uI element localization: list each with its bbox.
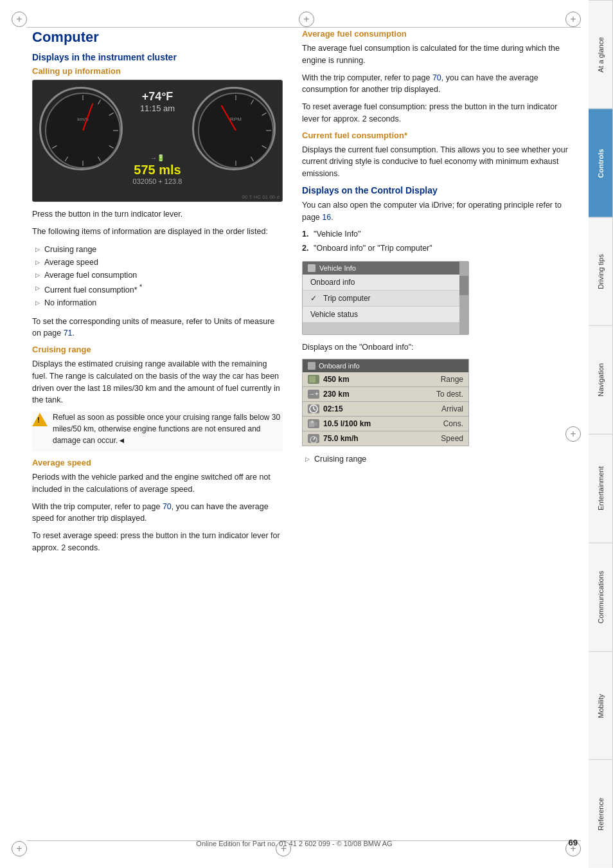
step-1: 1. "Vehicle Info" bbox=[302, 228, 569, 240]
tab-mobility[interactable]: Mobility bbox=[589, 651, 613, 760]
press-button-text: Press the button in the turn indicator l… bbox=[32, 208, 283, 221]
list-item: Average speed bbox=[35, 256, 283, 269]
avg-fuel-text3: To reset average fuel consumption: press… bbox=[302, 101, 569, 125]
center-display: +74°F 11:15 am bbox=[112, 90, 202, 113]
checkmark-icon: ✓ bbox=[310, 294, 317, 303]
crosshair-right-middle bbox=[565, 426, 581, 442]
image-copyright: 00 T HC 01 00 d bbox=[242, 194, 280, 200]
curr-fuel-text: Displays the current fuel consumption. T… bbox=[302, 144, 569, 180]
avg-speed-text1: Periods with the vehicle parked and the … bbox=[32, 471, 283, 496]
list-item: Average fuel consumption bbox=[35, 269, 283, 282]
range-value: 450 km bbox=[323, 375, 359, 384]
avg-fuel-text1: The average fuel consumption is calculat… bbox=[302, 42, 569, 67]
tab-driving-tips[interactable]: Driving tips bbox=[589, 217, 613, 326]
avg-fuel-title: Average fuel consumption bbox=[302, 29, 569, 39]
bullet-list: Cruising range Average speed Average fue… bbox=[32, 243, 283, 309]
cluster-odo: 032050 + 123.8 bbox=[133, 177, 182, 185]
tab-at-a-glance[interactable]: At a glance bbox=[589, 0, 613, 109]
cluster-temp: +74°F bbox=[112, 90, 202, 104]
onboard-row-cons: 10.5 l/100 km Cons. bbox=[303, 417, 468, 431]
onboard-display-text: Displays on the "Onboard info": bbox=[302, 341, 569, 354]
avg-speed-text2: With the trip computer, refer to page 70… bbox=[32, 501, 283, 525]
cluster-range: 575 mls bbox=[133, 163, 182, 177]
speed-label: Speed bbox=[362, 434, 463, 443]
link-page16[interactable]: 16 bbox=[322, 213, 331, 222]
onboard-row-arrival: 02:15 Arrival bbox=[303, 402, 468, 417]
svg-line-26 bbox=[314, 409, 315, 410]
cons-label: Cons. bbox=[375, 419, 463, 428]
top-rule bbox=[27, 27, 581, 28]
dest-value: 230 km bbox=[323, 390, 359, 399]
cluster-time: 11:15 am bbox=[112, 104, 202, 113]
scrollbar[interactable] bbox=[459, 262, 468, 334]
onboard-header: Onboard info bbox=[303, 359, 468, 372]
control-display-title: Displays on the Control Display bbox=[302, 185, 569, 195]
items-intro: The following items of information are d… bbox=[32, 226, 283, 238]
subsection-avg-speed: Average speed bbox=[32, 458, 283, 467]
speed-value: 75.0 km/h bbox=[323, 434, 359, 443]
page-title: Computer bbox=[32, 29, 283, 46]
onboard-row-dest: →+ 230 km To dest. bbox=[303, 387, 468, 402]
avg-fuel-text2: With the trip computer, refer to page 70… bbox=[302, 72, 569, 96]
warning-text: Refuel as soon as possible once your cru… bbox=[53, 411, 283, 446]
curr-fuel-title: Current fuel consumption* bbox=[302, 131, 569, 140]
tab-entertainment[interactable]: Entertainment bbox=[589, 434, 613, 543]
list-item: Cruising range bbox=[35, 243, 283, 256]
onboard-header-label: Onboard info bbox=[319, 362, 360, 370]
tab-reference[interactable]: Reference bbox=[589, 759, 613, 868]
cruising-range-text: Displays the estimated cruising range av… bbox=[32, 358, 283, 406]
mileage-display: →🔋 575 mls 032050 + 123.8 bbox=[133, 154, 182, 185]
control-display-text: You can also open the computer via iDriv… bbox=[302, 199, 569, 224]
arrow-icon: →+ bbox=[308, 390, 319, 399]
page-footer: Online Edition for Part no. 01 41 2 602 … bbox=[0, 840, 589, 847]
bottom-bullet-list: Cruising range bbox=[302, 453, 569, 466]
menu-item-onboard[interactable]: Onboard info bbox=[303, 275, 468, 291]
onboard-info-screen: Onboard info 450 km Range →+ 230 km T bbox=[302, 359, 469, 446]
crosshair-top-middle bbox=[299, 12, 314, 27]
tab-bar: At a glance Controls Driving tips Naviga… bbox=[589, 0, 613, 868]
page: Computer Displays in the instrument clus… bbox=[0, 0, 613, 868]
clock-icon bbox=[308, 404, 319, 413]
svg-rect-23 bbox=[315, 377, 318, 381]
arrow-nav: →🔋 bbox=[133, 154, 182, 161]
subsection-cruising: Cruising range bbox=[32, 345, 283, 354]
right-column: Average fuel consumption The average fue… bbox=[302, 29, 569, 842]
subsection-calling-up: Calling up information bbox=[32, 66, 283, 76]
list-item: Current fuel consumption* * bbox=[35, 282, 283, 296]
tab-navigation[interactable]: Navigation bbox=[589, 325, 613, 434]
crosshair-top-left bbox=[12, 12, 27, 27]
link-page71[interactable]: 71 bbox=[64, 329, 73, 338]
left-column: Computer Displays in the instrument clus… bbox=[32, 29, 283, 842]
warning-icon bbox=[32, 413, 48, 426]
tab-controls[interactable]: Controls bbox=[589, 109, 613, 217]
dest-label: To dest. bbox=[362, 390, 463, 399]
svg-line-31 bbox=[314, 437, 315, 440]
onboard-row-speed: 75.0 km/h Speed bbox=[303, 431, 468, 446]
pump-icon bbox=[308, 419, 319, 428]
steps-list: 1. "Vehicle Info" 2. "Onboard info" or "… bbox=[302, 228, 569, 255]
svg-rect-22 bbox=[309, 376, 315, 383]
range-label: Range bbox=[362, 375, 463, 384]
menu-item-vehicle-status[interactable]: Vehicle status bbox=[303, 307, 468, 323]
gauge-right: RPM bbox=[192, 87, 276, 170]
vehicle-info-icon bbox=[308, 264, 315, 272]
arrival-value: 02:15 bbox=[323, 404, 359, 413]
step-2: 2. "Onboard info" or "Trip computer" bbox=[302, 242, 569, 255]
onboard-row-range: 450 km Range bbox=[303, 372, 468, 387]
tab-communications[interactable]: Communications bbox=[589, 543, 613, 651]
crosshair-top-right bbox=[565, 12, 581, 27]
link-page70-right[interactable]: 70 bbox=[432, 73, 441, 82]
bottom-list-item: Cruising range bbox=[305, 453, 569, 466]
units-note: To set the corresponding units of measur… bbox=[32, 316, 283, 340]
vehicle-info-header-label: Vehicle Info bbox=[319, 264, 356, 272]
speed-icon bbox=[308, 434, 319, 443]
scrollbar-thumb[interactable] bbox=[459, 276, 468, 295]
cluster-inner: km/h bbox=[33, 80, 282, 201]
list-item: No information bbox=[35, 296, 283, 309]
fuel-icon bbox=[308, 375, 319, 384]
menu-item-trip[interactable]: ✓ Trip computer bbox=[303, 291, 468, 307]
section-title-instrument: Displays in the instrument cluster bbox=[32, 52, 283, 62]
cluster-image: km/h bbox=[32, 80, 283, 202]
link-page70-left[interactable]: 70 bbox=[163, 502, 172, 511]
avg-speed-text3: To reset average speed: press the button… bbox=[32, 530, 283, 554]
